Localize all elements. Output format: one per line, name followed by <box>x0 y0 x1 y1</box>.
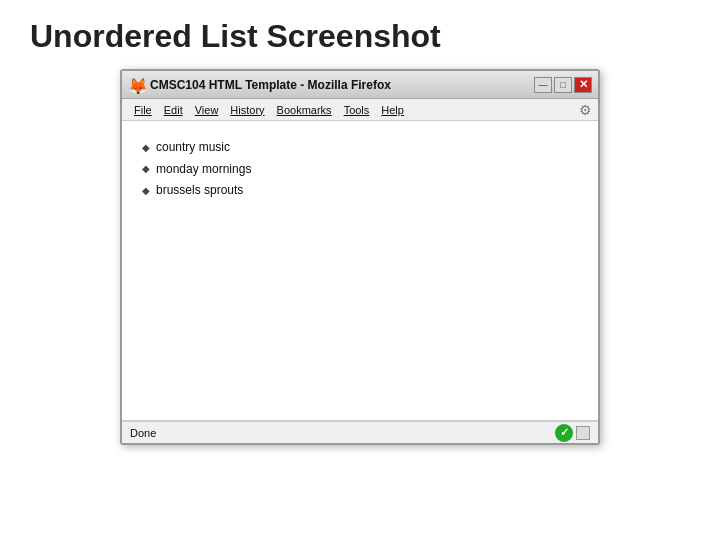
content-area: ◆ country music ◆ monday mornings ◆ brus… <box>122 121 598 421</box>
list-item-text: monday mornings <box>156 159 251 181</box>
status-extra-icon <box>576 426 590 440</box>
unordered-list: ◆ country music ◆ monday mornings ◆ brus… <box>142 137 578 202</box>
status-text: Done <box>130 427 156 439</box>
list-item: ◆ country music <box>142 137 578 159</box>
browser-title: CMSC104 HTML Template - Mozilla Firefox <box>150 78 391 92</box>
menu-file[interactable]: File <box>128 102 158 118</box>
bullet-icon: ◆ <box>142 160 150 178</box>
status-icons: ✓ <box>555 424 590 442</box>
title-bar: 🦊 CMSC104 HTML Template - Mozilla Firefo… <box>122 71 598 99</box>
minimize-button[interactable]: — <box>534 77 552 93</box>
status-bar: Done ✓ <box>122 421 598 443</box>
bullet-icon: ◆ <box>142 182 150 200</box>
firefox-icon: 🦊 <box>128 77 144 93</box>
menu-bar: File Edit View History Bookmarks Tools H… <box>122 99 598 121</box>
page-title: Unordered List Screenshot <box>0 0 720 69</box>
close-button[interactable]: ✕ <box>574 77 592 93</box>
gear-icon[interactable]: ⚙ <box>579 102 592 118</box>
list-item: ◆ monday mornings <box>142 159 578 181</box>
menu-tools[interactable]: Tools <box>338 102 376 118</box>
list-item-text: brussels sprouts <box>156 180 243 202</box>
menu-items: File Edit View History Bookmarks Tools H… <box>128 102 410 118</box>
status-check-icon: ✓ <box>555 424 573 442</box>
list-item: ◆ brussels sprouts <box>142 180 578 202</box>
menu-help[interactable]: Help <box>375 102 410 118</box>
menu-bookmarks[interactable]: Bookmarks <box>271 102 338 118</box>
menu-edit[interactable]: Edit <box>158 102 189 118</box>
browser-window: 🦊 CMSC104 HTML Template - Mozilla Firefo… <box>120 69 600 445</box>
page-wrapper: Unordered List Screenshot 🦊 CMSC104 HTML… <box>0 0 720 445</box>
list-item-text: country music <box>156 137 230 159</box>
menu-history[interactable]: History <box>224 102 270 118</box>
maximize-button[interactable]: □ <box>554 77 572 93</box>
bullet-icon: ◆ <box>142 139 150 157</box>
window-controls: — □ ✕ <box>534 77 592 93</box>
menu-view[interactable]: View <box>189 102 225 118</box>
title-bar-left: 🦊 CMSC104 HTML Template - Mozilla Firefo… <box>128 77 391 93</box>
